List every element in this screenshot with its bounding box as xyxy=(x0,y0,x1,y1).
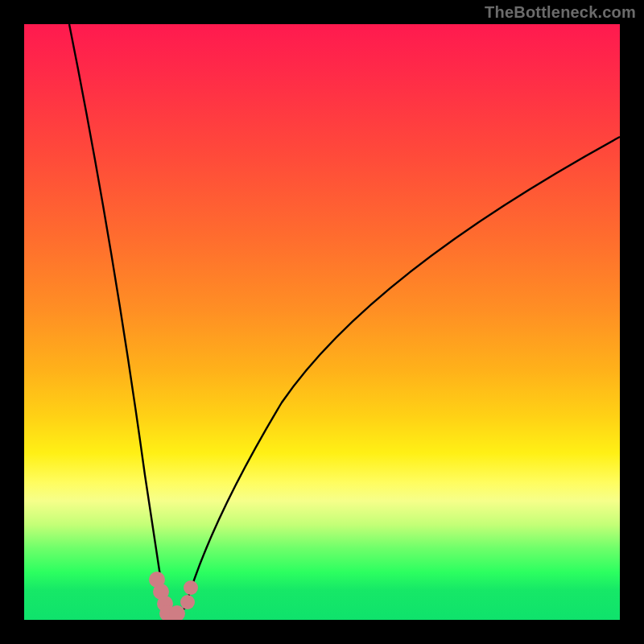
chart-stage: TheBottleneck.com xyxy=(0,0,644,644)
curve-left xyxy=(69,24,165,608)
plot-area xyxy=(24,24,620,620)
marker-dot xyxy=(180,595,195,609)
curves-svg xyxy=(24,24,620,620)
marker-dot xyxy=(184,580,198,595)
curve-right xyxy=(185,137,620,608)
watermark-text: TheBottleneck.com xyxy=(485,3,636,22)
